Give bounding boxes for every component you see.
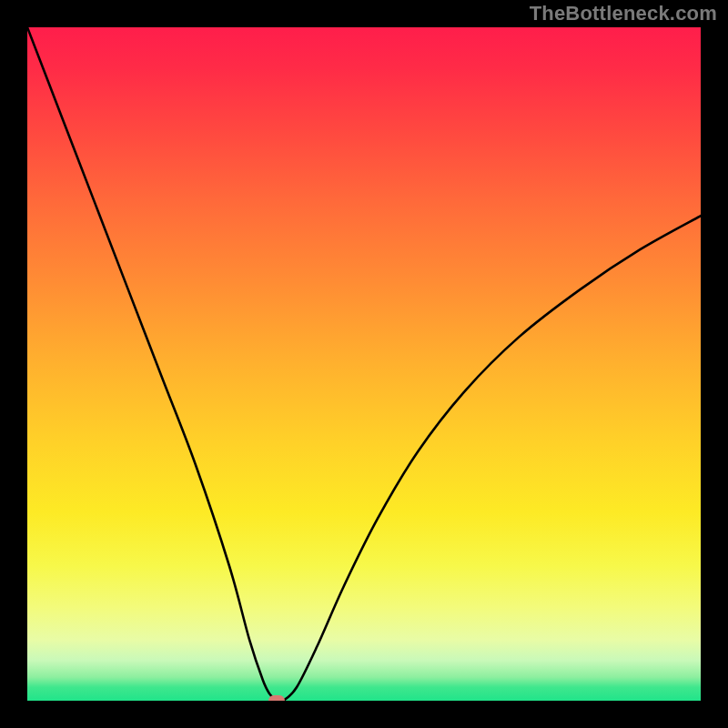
- plot-area: [27, 27, 701, 701]
- chart-frame: TheBottleneck.com: [0, 0, 728, 728]
- watermark-text: TheBottleneck.com: [530, 2, 717, 25]
- curve-layer: [27, 27, 701, 701]
- optimum-marker: [268, 695, 285, 701]
- bottleneck-curve: [27, 27, 701, 701]
